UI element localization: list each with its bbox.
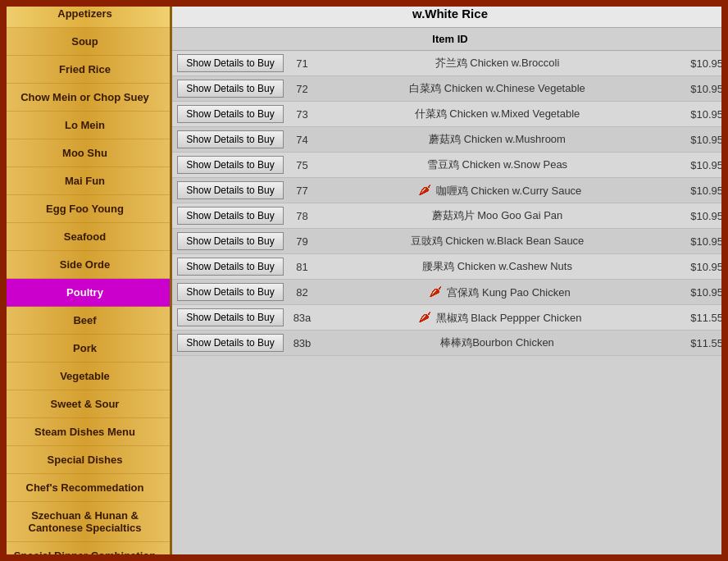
item-name: 雪豆鸡 Chicken w.Snow Peas (321, 157, 674, 172)
show-details-button[interactable]: Show Details to Buy (177, 80, 284, 98)
show-details-button[interactable]: Show Details to Buy (177, 283, 284, 301)
sidebar-item-chefs-recommendation[interactable]: Chef's Recommedation (0, 474, 170, 502)
show-details-button[interactable]: Show Details to Buy (177, 105, 284, 123)
item-price: $10.95 (674, 134, 723, 146)
sidebar: AppetizersSoupFried RiceChow Mein or Cho… (0, 0, 172, 561)
item-name: 蘑菇鸡 Chicken w.Mushroom (321, 132, 674, 147)
main-title: w.White Rice (412, 7, 488, 21)
sidebar-item-side-orde[interactable]: Side Orde (0, 251, 170, 279)
table-row: Show Details to Buy82🌶宫保鸡 Kung Pao Chick… (172, 280, 728, 305)
item-id: 79 (284, 235, 321, 248)
sidebar-item-mai-fun[interactable]: Mai Fun (0, 167, 170, 195)
item-name: 🌶黑椒鸡 Black Peppper Chicken (321, 310, 674, 326)
item-price: $10.95 (674, 286, 723, 299)
item-name: 棒棒鸡Bourbon Chicken (321, 335, 674, 350)
sidebar-item-pork[interactable]: Pork (0, 335, 170, 363)
show-details-button[interactable]: Show Details to Buy (177, 156, 284, 174)
table-row: Show Details to Buy83b棒棒鸡Bourbon Chicken… (172, 331, 728, 356)
sidebar-item-seafood[interactable]: Seafood (0, 223, 170, 251)
item-price: $11.55 (674, 312, 723, 324)
table-row: Show Details to Buy74蘑菇鸡 Chicken w.Mushr… (172, 127, 728, 153)
sidebar-item-egg-foo-young[interactable]: Egg Foo Young (0, 195, 170, 223)
sidebar-item-szechuan[interactable]: Szechuan & Hunan & Cantonese Specialtics (0, 502, 170, 542)
spicy-icon: 🌶 (429, 285, 442, 299)
sidebar-item-poultry[interactable]: Poultry (0, 279, 170, 307)
item-price: $10.95 (674, 185, 723, 197)
sidebar-item-appetizers[interactable]: Appetizers (0, 0, 170, 28)
item-price: $10.95 (674, 108, 723, 121)
item-price: $10.95 (674, 159, 723, 171)
sidebar-item-soup[interactable]: Soup (0, 28, 170, 56)
item-id: 73 (284, 108, 321, 121)
item-name: 豆豉鸡 Chicken w.Black Bean Sauce (321, 234, 674, 249)
item-id: 71 (284, 57, 321, 70)
item-id: 77 (284, 185, 321, 197)
menu-rows: Show Details to Buy71芥兰鸡 Chicken w.Brocc… (172, 51, 728, 356)
item-id: 82 (284, 286, 321, 299)
item-name: 什菜鸡 Chicken w.Mixed Vegetable (321, 107, 674, 121)
show-details-button[interactable]: Show Details to Buy (177, 207, 284, 225)
table-row: Show Details to Buy75雪豆鸡 Chicken w.Snow … (172, 153, 728, 178)
item-name: 白菜鸡 Chicken w.Chinese Vegetable (321, 81, 674, 96)
main-header: w.White Rice (172, 0, 728, 28)
table-row: Show Details to Buy79豆豉鸡 Chicken w.Black… (172, 229, 728, 254)
table-row: Show Details to Buy73什菜鸡 Chicken w.Mixed… (172, 102, 728, 127)
item-name: 🌶咖喱鸡 Chicken w.Curry Sauce (321, 183, 674, 198)
item-name: 芥兰鸡 Chicken w.Broccoli (321, 56, 674, 71)
item-name: 蘑菇鸡片 Moo Goo Gai Pan (321, 208, 674, 223)
item-price: $10.95 (674, 57, 723, 70)
sidebar-item-steam-dishes[interactable]: Steam Dishes Menu (0, 418, 170, 446)
item-id: 74 (284, 134, 321, 146)
table-row: Show Details to Buy77🌶咖喱鸡 Chicken w.Curr… (172, 178, 728, 203)
item-price: $10.95 (674, 210, 723, 222)
sidebar-item-fried-rice[interactable]: Fried Rice (0, 56, 170, 84)
item-price: $10.95 (674, 235, 723, 248)
show-details-button[interactable]: Show Details to Buy (177, 181, 284, 199)
show-details-button[interactable]: Show Details to Buy (177, 308, 284, 326)
sidebar-item-chow-mein[interactable]: Chow Mein or Chop Suey (0, 84, 170, 112)
table-row: Show Details to Buy81腰果鸡 Chicken w.Cashe… (172, 254, 728, 280)
show-details-button[interactable]: Show Details to Buy (177, 334, 284, 352)
item-id: 78 (284, 210, 321, 222)
table-row: Show Details to Buy72白菜鸡 Chicken w.Chine… (172, 76, 728, 102)
sidebar-item-sweet-sour[interactable]: Sweet & Sour (0, 390, 170, 418)
sidebar-item-beef[interactable]: Beef (0, 307, 170, 335)
item-price: $10.95 (674, 83, 723, 95)
table-row: Show Details to Buy71芥兰鸡 Chicken w.Brocc… (172, 51, 728, 76)
show-details-button[interactable]: Show Details to Buy (177, 258, 284, 276)
sidebar-item-vegetable[interactable]: Vegetable (0, 363, 170, 390)
table-row: Show Details to Buy78蘑菇鸡片 Moo Goo Gai Pa… (172, 203, 728, 229)
sidebar-item-moo-shu[interactable]: Moo Shu (0, 139, 170, 167)
show-details-button[interactable]: Show Details to Buy (177, 232, 284, 250)
sidebar-item-special-dishes[interactable]: Special Dishes (0, 446, 170, 474)
spicy-icon: 🌶 (418, 310, 431, 324)
column-header: Item ID (172, 28, 728, 51)
item-id: 72 (284, 83, 321, 95)
show-details-button[interactable]: Show Details to Buy (177, 130, 284, 148)
spicy-icon: 🌶 (418, 183, 431, 197)
table-row: Show Details to Buy83a🌶黑椒鸡 Black Peppper… (172, 305, 728, 331)
item-name: 🌶宫保鸡 Kung Pao Chicken (321, 285, 674, 300)
column-label: Item ID (432, 33, 467, 45)
show-details-button[interactable]: Show Details to Buy (177, 54, 284, 72)
sidebar-item-lo-mein[interactable]: Lo Mein (0, 112, 170, 139)
item-id: 75 (284, 159, 321, 171)
item-id: 83b (284, 337, 321, 349)
item-price: $11.55 (674, 337, 723, 349)
item-price: $10.95 (674, 261, 723, 273)
item-id: 83a (284, 312, 321, 324)
item-name: 腰果鸡 Chicken w.Cashew Nuts (321, 259, 674, 274)
main-content: w.White Rice Item ID Show Details to Buy… (172, 0, 728, 561)
item-id: 81 (284, 261, 321, 273)
sidebar-item-special-dinner[interactable]: Special Dinner Combination (0, 542, 170, 561)
